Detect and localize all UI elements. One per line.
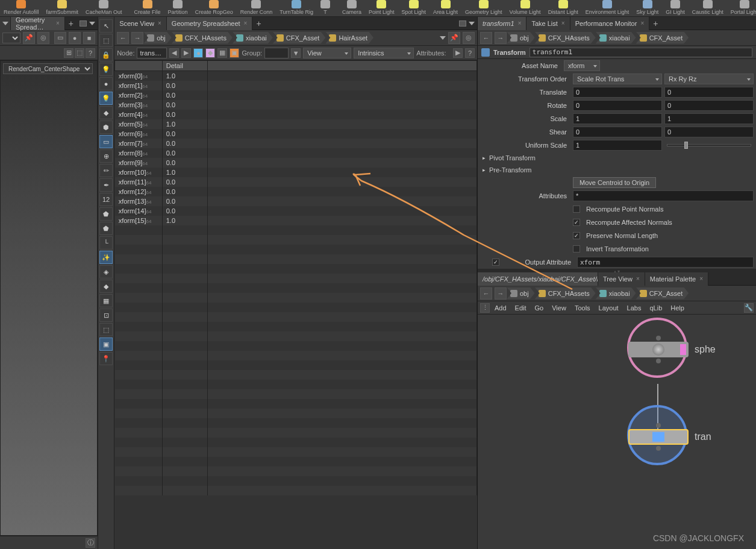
tab-path[interactable]: /obj/CFX_HAssets/xiaobai/CFX_Asset/HairA… <box>478 272 598 286</box>
translate-x[interactable] <box>573 87 662 98</box>
pin-icon[interactable]: 📌 <box>23 32 35 44</box>
close-icon[interactable]: × <box>56 20 60 27</box>
wrench-icon[interactable]: 🔧 <box>744 303 754 313</box>
viewport-tool-5[interactable]: 💡 <box>99 92 113 105</box>
menu-labs[interactable]: Labs <box>623 304 645 312</box>
node-transform[interactable]: tran <box>628 429 689 445</box>
menu-tools[interactable]: Tools <box>571 304 594 312</box>
table-row[interactable]: xform[5]641.0 <box>115 119 477 129</box>
viewport-3d[interactable]: RenderCam_CenterShape <box>0 60 98 536</box>
rotate-y[interactable] <box>664 100 754 111</box>
next-icon[interactable]: ▶ <box>181 48 191 58</box>
vp-icon-2[interactable]: ⬚ <box>75 48 84 58</box>
shelf-portal-light[interactable]: Portal Light <box>727 0 756 16</box>
level-icon[interactable]: ▣ <box>230 48 239 58</box>
filter-points-icon[interactable]: ● <box>193 48 203 58</box>
scale-x[interactable] <box>573 113 662 124</box>
table-row[interactable]: xform[7]640.0 <box>115 139 477 148</box>
table-row[interactable]: xform[10]641.0 <box>115 168 477 177</box>
table-row[interactable]: xform[9]640.0 <box>115 158 477 168</box>
tab-add-center[interactable]: + <box>252 19 264 28</box>
table-row[interactable]: xform[1]640.0 <box>115 81 477 90</box>
shear-y[interactable] <box>664 127 754 137</box>
play-icon[interactable]: ▶ <box>453 48 463 58</box>
view-dropdown[interactable]: View <box>303 48 351 58</box>
shelf-distant-light[interactable]: Distant Light <box>545 0 582 16</box>
shelf-spot-light[interactable]: Spot Light <box>398 0 430 16</box>
viewport-tool-1[interactable]: ⬚ <box>99 34 113 47</box>
table-row[interactable]: xform[0]641.0 <box>115 71 477 81</box>
menu-add[interactable]: Add <box>491 304 510 312</box>
shelf-render-conn[interactable]: Render Conn <box>237 0 276 16</box>
tool-a-icon[interactable]: ▭ <box>54 32 66 44</box>
link-icon[interactable]: ◎ <box>37 32 49 44</box>
filter-detail-icon[interactable]: ▦ <box>217 48 227 58</box>
viewport-tool-9[interactable]: ⊕ <box>99 149 113 163</box>
viewport-tool-16[interactable]: ✨ <box>99 251 113 264</box>
table-row[interactable]: xform[3]640.0 <box>115 100 477 110</box>
network-view[interactable]: sphe tran CSDN @JACKLONGFX <box>478 315 756 549</box>
node-name-input[interactable] <box>530 48 752 57</box>
crumb-hassets-r[interactable]: CFX_HAssets <box>535 32 596 44</box>
col-header-empty[interactable] <box>115 61 163 71</box>
crumb-cfxasset-n[interactable]: CFX_Asset <box>636 287 689 300</box>
crumb-obj-r[interactable]: obj <box>507 32 535 44</box>
pane-menu-icon[interactable] <box>459 20 466 27</box>
table-row[interactable]: xform[13]640.0 <box>115 196 477 206</box>
xform-order-dropdown[interactable]: Scale Rot Trans <box>573 74 662 84</box>
shelf-partition[interactable]: Partition <box>164 0 192 16</box>
shelf-create-file[interactable]: Create File <box>131 0 164 16</box>
table-row[interactable]: xform[12]640.0 <box>115 187 477 196</box>
menu-layout[interactable]: Layout <box>595 304 622 312</box>
camera-select[interactable]: RenderCam_CenterShape <box>3 63 93 74</box>
spreadsheet-table[interactable]: Detail xform[0]641.0xform[1]640.0xform[2… <box>114 60 477 549</box>
node-sphere[interactable]: sphe <box>628 342 689 357</box>
node-input[interactable] <box>137 48 167 58</box>
back-icon-n[interactable]: ← <box>480 287 492 300</box>
move-centroid-button[interactable]: Move Centroid to Origin <box>573 177 656 188</box>
table-row[interactable]: xform[8]640.0 <box>115 148 477 158</box>
shelf-render-autofill[interactable]: Render Autofill <box>0 0 43 16</box>
viewport-tool-8[interactable]: ▭ <box>99 135 113 148</box>
tab-scene-view[interactable]: Scene View× <box>114 17 167 30</box>
table-row[interactable]: xform[15]641.0 <box>115 216 477 225</box>
help2-icon[interactable]: ? <box>465 48 475 58</box>
viewport-tool-10[interactable]: ✏ <box>99 164 113 177</box>
col-header-detail[interactable]: Detail <box>162 61 208 71</box>
tool-c-icon[interactable]: ■ <box>83 32 95 44</box>
table-row[interactable]: xform[6]640.0 <box>115 129 477 139</box>
crumb-obj-n[interactable]: obj <box>507 287 535 300</box>
translate-y[interactable] <box>664 87 754 98</box>
table-row[interactable]: xform[2]640.0 <box>115 90 477 100</box>
shelf-farmsubmmit[interactable]: farmSubmmit <box>43 0 83 16</box>
viewport-tool-22[interactable]: ▣ <box>99 337 113 351</box>
shelf-area-light[interactable]: Area Light <box>430 0 461 16</box>
crumb-drop-icon[interactable] <box>440 36 446 40</box>
table-row[interactable]: xform[4]640.0 <box>115 110 477 119</box>
viewport-tool-2[interactable]: 🔒 <box>99 48 113 61</box>
pane-menu-icon[interactable] <box>80 20 87 27</box>
viewport-tool-20[interactable]: ⊡ <box>99 309 113 322</box>
tab-performance-monitor[interactable]: Performance Monitor× <box>570 17 650 30</box>
menu-edit[interactable]: Edit <box>511 304 530 312</box>
tool-b-icon[interactable]: ● <box>69 32 81 44</box>
viewport-tool-19[interactable]: ▦ <box>99 294 113 307</box>
shelf-sky-light[interactable]: Sky Light <box>633 0 662 16</box>
uniform-scale-input[interactable] <box>573 140 662 151</box>
filter-prims-icon[interactable]: ◆ <box>205 48 215 58</box>
pin2-icon[interactable]: 📌 <box>448 32 460 44</box>
preserve-length-check[interactable] <box>573 232 580 239</box>
shelf-create-ropgeo[interactable]: Create RopGeo <box>192 0 237 16</box>
tab-material-palette[interactable]: Material Palette× <box>645 272 708 286</box>
tab-geo-spread[interactable]: Geometry Spread…× <box>11 17 65 30</box>
output-attr-input[interactable] <box>577 257 754 268</box>
recompute-affected-check[interactable] <box>573 219 580 226</box>
crumb-xiaobai[interactable]: xiaobai <box>233 32 273 44</box>
viewport-tool-17[interactable]: ◈ <box>99 265 113 278</box>
rot-order-dropdown[interactable]: Rx Ry Rz <box>664 74 754 84</box>
viewport-tool-14[interactable]: ⬟ <box>99 222 113 235</box>
left-mode-select[interactable] <box>2 33 20 43</box>
shelf-caustic-light[interactable]: Caustic Light <box>689 0 727 16</box>
shelf-camera[interactable]: Camera <box>339 0 365 16</box>
viewport-tool-4[interactable]: ● <box>99 77 113 90</box>
